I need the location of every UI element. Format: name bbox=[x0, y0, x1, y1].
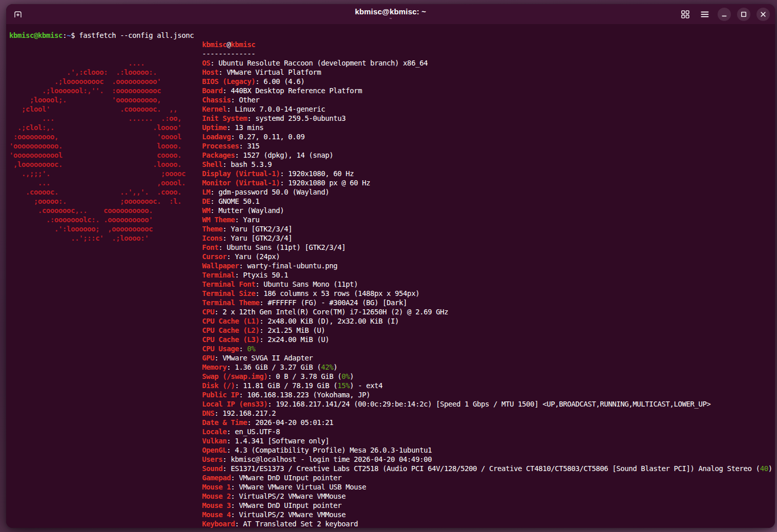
terminal-row: 'oooooooooool coooo. Packages: 1527 (dpk… bbox=[9, 151, 775, 160]
ascii-art-segment bbox=[9, 299, 202, 307]
ascii-art-segment bbox=[9, 464, 202, 473]
ascii-art-segment bbox=[9, 280, 202, 288]
minimize-icon bbox=[721, 11, 728, 18]
terminal-row: GPU: VMware SVGA II Adapter bbox=[9, 353, 775, 363]
ascii-art-segment: ,looooooooc. .loooo. bbox=[9, 160, 202, 168]
terminal-row: ;looool;. 'oooooooooo, Chassis: Other bbox=[9, 95, 775, 104]
window-title: kbmisc@kbmisc: ~ bbox=[355, 8, 426, 16]
terminal-row: .;looooool:,''. :ooooooooooc Board: 440B… bbox=[9, 86, 775, 95]
ascii-art-segment: .,;;;'. ;ooooc bbox=[9, 169, 202, 178]
terminal-row: kbmisc@kbmisc:~$ fastfetch --config all.… bbox=[9, 31, 775, 40]
ascii-art-segment: ;ooooo:. ;oooooooc. :l. bbox=[9, 197, 202, 205]
ascii-art-segment: ... ,ooool. bbox=[9, 179, 202, 187]
terminal-row: .;clol:,. .loooo' Uptime: 13 mins bbox=[9, 123, 775, 132]
ascii-art-segment: .;looooooooc .oooooooooo' bbox=[9, 77, 202, 86]
tab-grid-icon bbox=[681, 10, 690, 19]
ascii-art-segment: .':loooooo; ,oooooooooc bbox=[9, 225, 202, 233]
terminal-row: kbmisc@kbmisc bbox=[9, 40, 775, 49]
terminal-row: ------------- bbox=[9, 49, 775, 58]
new-tab-icon bbox=[13, 9, 23, 19]
ascii-art-segment bbox=[9, 492, 202, 500]
terminal-row: Mouse 2: VirtualPS/2 VMware VMMouse bbox=[9, 492, 775, 501]
terminal-row: .cooooc. ..',,'. .cooo. LM: gdm-password… bbox=[9, 187, 775, 197]
ascii-art-segment: .cooooc. ..',,'. .cooo. bbox=[9, 188, 202, 196]
ascii-art-segment bbox=[9, 483, 202, 491]
terminal-row: Wallpaper: warty-final-ubuntu.png bbox=[9, 261, 775, 270]
ascii-art-segment bbox=[9, 289, 202, 297]
ascii-art-segment bbox=[9, 418, 202, 427]
terminal-row: .',:clooo: .:looooo:. Host: VMware Virtu… bbox=[9, 68, 775, 77]
terminal-row: Swap (/swap.img): 0 B / 3.78 GiB (0%) bbox=[9, 372, 775, 381]
ascii-art-segment: 'ooooooooooo. loooo. bbox=[9, 142, 202, 150]
maximize-button[interactable] bbox=[737, 8, 750, 21]
terminal-row: Mouse 1: VMware VMware Virtual USB Mouse bbox=[9, 482, 775, 492]
terminal-row: CPU Cache (L3): 2x24.00 MiB (U) bbox=[9, 335, 775, 344]
ascii-art-segment bbox=[9, 317, 202, 325]
ascii-art-segment: .:ooooooolc:. .oooooooooo' bbox=[9, 216, 202, 224]
terminal-row: .cooooooc,.. coooooooooo. WM: Mutter (Wa… bbox=[9, 206, 775, 215]
titlebar[interactable]: kbmisc@kbmisc: ~ ~ bbox=[6, 4, 775, 24]
terminal-row: CPU Usage: 0% bbox=[9, 344, 775, 353]
terminal-row: Vulkan: 1.4.341 [Software only] bbox=[9, 436, 775, 445]
terminal-screen[interactable]: kbmisc@kbmisc:~$ fastfetch --config all.… bbox=[6, 24, 775, 528]
ascii-art-segment bbox=[9, 326, 202, 334]
terminal-row: Date & Time: 2026-04-20 05:01:21 bbox=[9, 418, 775, 427]
terminal-row: .... OS: Ubuntu Resolute Raccoon (develo… bbox=[9, 58, 775, 68]
terminal-row: ... ,ooool. Monitor (Virtual-1): 1920x10… bbox=[9, 178, 775, 187]
window-title-block: kbmisc@kbmisc: ~ ~ bbox=[6, 4, 775, 24]
ascii-art-segment: ;looool;. 'oooooooooo, bbox=[9, 96, 202, 104]
ascii-art-segment bbox=[9, 308, 202, 316]
terminal-window: kbmisc@kbmisc: ~ ~ bbox=[6, 4, 775, 528]
terminal-row: Memory: 1.36 GiB / 3.27 GiB (42%) bbox=[9, 363, 775, 372]
terminal-row: Sound: ES1371/ES1373 / Creative Labs CT2… bbox=[9, 464, 775, 473]
ascii-art-segment bbox=[9, 501, 202, 509]
terminal-row: CPU: 2 x 12th Gen Intel(R) Core(TM) i7-1… bbox=[9, 307, 775, 316]
ascii-art-segment: .;clol:,. .loooo' bbox=[9, 123, 202, 132]
ascii-art-segment: ;clool' .cooooooc. ,, bbox=[9, 105, 202, 113]
ascii-art-segment bbox=[9, 372, 202, 380]
close-icon bbox=[760, 11, 767, 18]
terminal-row: Locale: en_US.UTF-8 bbox=[9, 427, 775, 436]
ascii-art-segment bbox=[9, 520, 202, 528]
terminal-row: Font: Ubuntu Sans (11pt) [GTK2/3/4] bbox=[9, 243, 775, 252]
tab-overview-button[interactable] bbox=[679, 8, 692, 21]
terminal-row: .':loooooo; ,oooooooooc Theme: Yaru [GTK… bbox=[9, 224, 775, 233]
ascii-art-segment: .',:clooo: .:looooo:. bbox=[9, 68, 202, 76]
terminal-row: ..';::c' .;loooo:' Icons: Yaru [GTK2/3/4… bbox=[9, 233, 775, 243]
ascii-art-segment: .cooooooc,.. coooooooooo. bbox=[9, 206, 202, 215]
terminal-row: Disk (/): 11.81 GiB / 78.19 GiB (15%) - … bbox=[9, 381, 775, 390]
terminal-row: Public IP: 106.168.138.223 (Yokohama, JP… bbox=[9, 390, 775, 399]
ascii-art-segment bbox=[9, 381, 202, 390]
ascii-art-segment bbox=[9, 409, 202, 417]
ascii-art-segment bbox=[9, 446, 202, 454]
terminal-row: Local IP (ens33): 192.168.217.141/24 (00… bbox=[9, 399, 775, 409]
ascii-art-segment bbox=[9, 354, 202, 362]
terminal-row: CPU Cache (L1): 2x48.00 KiB (D), 2x32.00… bbox=[9, 316, 775, 326]
maximize-icon bbox=[740, 11, 747, 18]
ascii-art-segment: .... bbox=[9, 59, 202, 67]
terminal-row: .;looooooooc .oooooooooo' BIOS (Legacy):… bbox=[9, 77, 775, 86]
terminal-row: .,;;;'. ;ooooc Display (Virtual-1): 1920… bbox=[9, 169, 775, 178]
close-button[interactable] bbox=[757, 8, 770, 21]
terminal-row: ;clool' .cooooooc. ,, Kernel: Linux 7.0.… bbox=[9, 104, 775, 114]
terminal-row: Mouse 4: VirtualPS/2 VMware VMMouse bbox=[9, 510, 775, 519]
terminal-row: Terminal Theme: #FFFFFF (FG) - #300A24 (… bbox=[9, 298, 775, 307]
ascii-art-segment bbox=[9, 400, 202, 408]
new-tab-button[interactable] bbox=[11, 8, 25, 21]
ascii-art-segment bbox=[9, 40, 202, 49]
terminal-row: Cursor: Yaru (24px) bbox=[9, 252, 775, 261]
terminal-row: Users: kbmisc@localhost - login time 202… bbox=[9, 455, 775, 464]
terminal-row: OpenGL: 4.3 (Compatibility Profile) Mesa… bbox=[9, 445, 775, 455]
ascii-art-segment bbox=[9, 474, 202, 482]
terminal-row: ;ooooo:. ;oooooooc. :l. DE: GNOME 50.1 bbox=[9, 197, 775, 206]
ascii-art-segment bbox=[9, 262, 202, 270]
ascii-art-segment bbox=[9, 252, 202, 261]
main-menu-button[interactable] bbox=[698, 8, 711, 21]
terminal-row: Mouse 3: VMware DnD UInput pointer bbox=[9, 501, 775, 510]
ascii-art-segment: ..';::c' .;loooo:' bbox=[9, 234, 202, 242]
ascii-art-segment bbox=[9, 391, 202, 399]
terminal-row: ,looooooooc. .loooo. Shell: bash 5.3.9 bbox=[9, 160, 775, 169]
minimize-button[interactable] bbox=[718, 8, 731, 21]
ascii-art-segment bbox=[9, 271, 202, 279]
ascii-art-segment: .;looooool:,''. :ooooooooooc bbox=[9, 87, 202, 95]
